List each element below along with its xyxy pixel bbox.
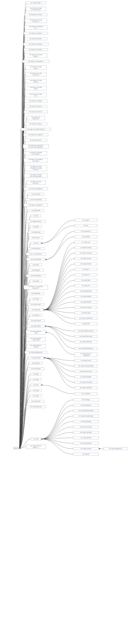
class-node[interactable]: tvm::relay::TempExpr (75, 306, 97, 309)
class-node[interactable]: tvm::relay::transform ::PassContext (26, 337, 45, 342)
class-node[interactable]: tvm::Map< tvm::GlobalType Var, tvm::rela… (23, 144, 49, 148)
class-node[interactable]: tvm::relay::PatternConstructor (75, 330, 97, 332)
class-node[interactable]: tvm::arith::ConstIntBound (24, 188, 48, 190)
class-link[interactable]: tvm::IterVarAttr (32, 270, 40, 271)
class-link[interactable]: tvm::relay::Id (32, 314, 39, 316)
class-link[interactable]: tvm::relay::Tuple (82, 312, 90, 314)
class-node[interactable]: tvm::relay::PatternWildcard (75, 347, 97, 350)
class-link[interactable]: tvm::Array< Range > (30, 2, 41, 4)
class-link[interactable]: tvm::relay::BaseTensorType (79, 410, 94, 412)
class-link[interactable]: tvm::Array< tvm::IterVar Relation > (29, 54, 42, 57)
class-link[interactable]: tvm::TensorIntrinCall (30, 406, 41, 408)
class-node[interactable]: tvm::IterVarRelation (26, 274, 45, 277)
class-node[interactable]: tvm::Array< tvm::IterVar Relation > (24, 54, 47, 58)
class-link[interactable]: tvm::Array< tvm::relay ::tvm::relay::Exp… (30, 8, 42, 10)
class-node[interactable]: tvm::relay::Tuple (75, 312, 97, 314)
class-node[interactable]: tvm::relay::TupleGetItem (75, 317, 97, 320)
class-node[interactable]: tvm::relay::ConstructorValue (75, 365, 97, 367)
class-link[interactable]: tvm::Map< tvm::Operation, tvm::Stage > (29, 159, 43, 162)
class-link[interactable]: tvm::relay::TupleGetItem (79, 318, 92, 319)
class-node[interactable]: tvm::relay::Clause (28, 303, 44, 306)
class-link[interactable]: tvm::Integer (83, 220, 89, 221)
class-node[interactable]: tvm::relay::transform ::PassInfo (26, 344, 45, 348)
class-link[interactable]: tvm::Layout (33, 280, 39, 282)
class-node[interactable]: tvm::Operation (75, 236, 97, 238)
class-link[interactable]: tvm::relay::Function (81, 258, 91, 259)
class-link[interactable]: tvm::Operation (82, 236, 90, 238)
class-node[interactable]: tvm::IterVar (30, 264, 42, 266)
class-node[interactable]: tvm::Map< K, V, typename, typename > (24, 285, 48, 290)
class-link[interactable]: tvm::relay::Constant (81, 247, 91, 248)
class-node[interactable]: tvm::IterVarAttr (28, 269, 44, 272)
class-link[interactable]: tvm::TensorIntrin (31, 400, 40, 402)
class-link[interactable]: tvm::arith::ConstIntBound (29, 188, 43, 190)
class-link[interactable]: tvm::LoweredFunc (81, 230, 91, 232)
class-node[interactable]: tvm::TypeVar (73, 453, 99, 456)
class-node[interactable]: tvm::relay::Match (75, 279, 97, 282)
class-link[interactable]: tvm::relay::transform ::PassContext (30, 338, 41, 341)
class-link[interactable]: tvm::EnvFunc (32, 237, 40, 238)
class-link[interactable]: tvm::Map< tvm::Var, tvm::Expr > (31, 181, 41, 184)
class-node[interactable]: tvm::Array< tvm::relay ::Clause > (25, 66, 46, 70)
class-node[interactable]: tvm::Map< tvm::relay ::Var, tvm::relay::… (24, 174, 47, 178)
class-node[interactable]: tvm::BijectiveLayout (26, 220, 46, 223)
class-node[interactable]: ObjectRef (13, 447, 19, 450)
class-node[interactable]: tvm::relay::Expr (28, 308, 43, 311)
class-link[interactable]: tvm::relay::RefRead (81, 296, 91, 297)
class-node[interactable]: tvm::Array< Range > (26, 2, 46, 4)
class-node[interactable]: tvm::relay::Closure (75, 359, 97, 362)
class-link[interactable]: tvm::Array< tvm::Array > (29, 14, 42, 16)
class-node[interactable]: tvm::Array< tvm::Tensor > (24, 110, 48, 113)
class-link[interactable]: tvm::relay::RefType (81, 421, 91, 422)
class-node[interactable]: tvm::MemoryInfo (28, 292, 44, 295)
class-node[interactable]: tvm::TensorIntrin (28, 400, 44, 403)
class-node[interactable]: tvm::Tensor (30, 394, 42, 397)
class-link[interactable]: tvm::Array< tvm::Var > (30, 140, 42, 141)
class-link[interactable]: tvm::IterVar (33, 264, 39, 266)
class-link[interactable]: tvm::relay::PatternTuple (80, 336, 92, 337)
class-node[interactable]: tvm::relay::Function (75, 257, 97, 260)
class-node[interactable]: tvm::relay::BaseTensorType (73, 409, 99, 412)
class-link[interactable]: tvm::relay::transform ::PassInfo (30, 345, 41, 348)
class-node[interactable]: tvm::Array< tvm::Integer > (23, 43, 48, 46)
class-node[interactable]: tvm::relay::RefCreate (75, 290, 97, 292)
class-link[interactable]: tvm::FuncType (82, 399, 90, 400)
class-link[interactable]: tvm::Array< tvm::Stmt > (29, 106, 42, 107)
class-link[interactable]: tvm::relay::PatternConstructor (78, 330, 94, 332)
class-node[interactable]: tvm::GenericFunc (28, 247, 44, 250)
class-link[interactable]: tvm::Attrs (33, 215, 38, 217)
class-link[interactable]: tvm::Type (33, 438, 39, 440)
class-node[interactable]: tvm::relay::Constant (75, 246, 97, 249)
class-node[interactable]: tvm::GlobalTypeVar (73, 404, 99, 406)
class-node[interactable]: tvm::relay::TypeData (73, 442, 99, 445)
class-link[interactable]: tvm::Array< tvm::TypeVar > (29, 134, 43, 136)
class-link[interactable]: tvm::Array< tvm::relay ::Clause > (30, 66, 42, 69)
class-node[interactable]: tvm::relay::RefWrite (75, 301, 97, 303)
class-link[interactable]: tvm::relay::TypeCall (81, 437, 91, 438)
class-link[interactable]: tvm::relay::RefCreate (80, 290, 92, 292)
class-node[interactable]: tvm::Map< tvm::IterVar, tvm::IterVarAttr… (25, 151, 47, 156)
class-link[interactable]: tvm::Target (33, 390, 39, 391)
class-node[interactable]: tvm::ir::FunctionRef (26, 258, 45, 261)
class-link[interactable]: tvm::BijectiveLayout (30, 221, 41, 222)
class-node[interactable]: tvm::Array< tvm::AttrField Info > (24, 25, 47, 30)
class-link[interactable]: tvm::relay::TupleType (80, 432, 92, 433)
class-node[interactable]: tvm::relay::TypeRelation (103, 447, 128, 450)
class-link[interactable]: tvm::Schedule (32, 362, 40, 364)
class-link[interactable]: tvm::Span (33, 374, 39, 375)
class-link[interactable]: tvm::TypedEnvFunc< R(Args...)> (30, 445, 41, 448)
class-link[interactable]: tvm::relay::Match (81, 280, 91, 281)
class-link[interactable]: tvm::relay::TensorValue (80, 382, 92, 383)
class-node[interactable]: tvm::Array< tvm::relay ::tvm::relay::Exp… (26, 7, 46, 11)
class-node[interactable]: tvm::ir::SeqStmt (75, 392, 97, 395)
class-node[interactable]: tvm::Array< tvm::Type > (24, 122, 47, 125)
class-node[interactable]: tvm::relay::RefRead (75, 295, 97, 298)
class-link[interactable]: tvm::TypeConstraint (81, 448, 91, 450)
class-node[interactable]: tvm::Stmt (31, 384, 41, 386)
class-link[interactable]: tvm::relay::Let (82, 274, 90, 276)
class-link[interactable]: tvm::Array< tvm::Type > (29, 123, 42, 125)
class-link[interactable]: tvm::relay::Module (31, 320, 41, 322)
class-link[interactable]: tvm::relay::TypeRelation (109, 448, 122, 450)
class-node[interactable]: tvm::relay::TupleValue (75, 386, 97, 389)
class-node[interactable]: tvm::arith::IntSet (28, 193, 44, 196)
